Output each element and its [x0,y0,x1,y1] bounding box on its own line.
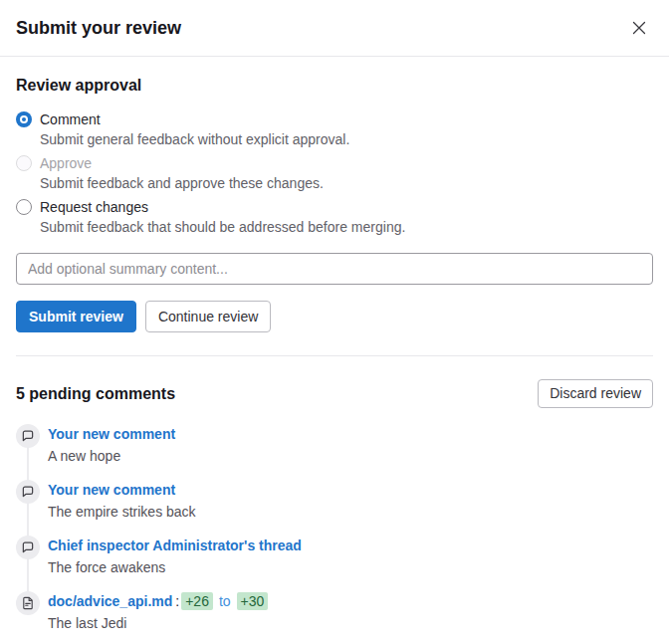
colon-separator: : [175,593,179,609]
pending-comment-body: doc/advice_api.md:+26to+30 The last Jedi [48,591,653,633]
pending-comment-item: doc/advice_api.md:+26to+30 The last Jedi [16,591,653,633]
review-approval-option: Approve Submit feedback and approve thes… [16,153,653,193]
pending-comment-title-line: Chief inspector Administrator's thread [48,536,653,555]
review-approval-option: Comment Submit general feedback without … [16,109,653,149]
discard-review-button[interactable]: Discard review [538,379,653,408]
pending-comment-link[interactable]: doc/advice_api.md [48,593,172,609]
review-actions: Submit review Continue review [16,301,653,332]
pending-comments-section: 5 pending comments Discard review Your n… [0,379,669,633]
pending-comment-item: Your new comment A new hope [16,424,653,466]
pending-comment-item: Your new comment The empire strikes back [16,480,653,522]
comment-bubble-icon [21,540,35,554]
radio-button[interactable] [16,199,32,215]
pending-comment-title-line: Your new comment [48,480,653,500]
timeline-icon-circle [16,591,40,615]
radio-description: Submit feedback and approve these change… [40,173,653,193]
x-close-icon [632,21,646,35]
radio-row[interactable]: Approve [16,153,653,173]
pending-comment-body: Your new comment A new hope [48,424,653,466]
pending-comment-link[interactable]: Chief inspector Administrator's thread [48,537,302,553]
radio-description: Submit general feedback without explicit… [40,129,653,149]
review-approval-heading: Review approval [16,76,653,96]
radio-button[interactable] [16,111,32,127]
radio-description: Submit feedback that should be addressed… [40,217,653,237]
summary-input[interactable] [16,253,653,285]
pending-comment-title-line: Your new comment [48,424,653,444]
submit-review-dialog: Submit your review Review approval Comme… [0,0,669,633]
radio-label: Request changes [40,197,148,217]
pending-comment-body: Chief inspector Administrator's thread T… [48,536,653,577]
pending-comment-description: A new hope [48,446,653,466]
timeline-icon-circle [16,480,40,504]
pending-comment-link[interactable]: Your new comment [48,426,175,442]
radio-button[interactable] [16,155,32,171]
radio-option-group: Comment Submit general feedback without … [16,109,653,237]
radio-label: Approve [40,153,92,173]
section-divider [16,355,653,356]
file-line-info: :+26to+30 [172,593,268,609]
comment-bubble-icon [21,429,35,443]
pending-comment-description: The empire strikes back [48,502,653,522]
review-approval-option: Request changes Submit feedback that sho… [16,197,653,237]
pending-comments-heading: 5 pending comments [16,384,175,404]
to-label: to [219,593,231,609]
pending-comment-description: The force awakens [48,557,653,577]
pending-comments-header: 5 pending comments Discard review [0,379,669,408]
radio-row[interactable]: Comment [16,109,653,129]
review-approval-section: Review approval Comment Submit general f… [0,57,669,332]
line-number-badge-to: +30 [237,592,269,610]
dialog-header: Submit your review [0,0,669,57]
submit-review-button[interactable]: Submit review [16,301,136,332]
pending-comment-body: Your new comment The empire strikes back [48,480,653,522]
radio-label: Comment [40,109,101,129]
timeline-icon-circle [16,536,40,559]
pending-comment-item: Chief inspector Administrator's thread T… [16,536,653,577]
pending-comment-title-line: doc/advice_api.md:+26to+30 [48,591,653,611]
close-icon[interactable] [625,14,653,42]
timeline-icon-circle [16,424,40,448]
line-number-badge-from: +26 [181,592,213,610]
comment-bubble-icon [21,485,35,499]
pending-comments-list: Your new comment A new hope Your new com… [0,424,669,633]
dialog-title: Submit your review [16,18,181,39]
pending-comment-description: The last Jedi [48,613,653,633]
file-icon [21,596,35,610]
continue-review-button[interactable]: Continue review [145,301,271,332]
radio-row[interactable]: Request changes [16,197,653,217]
pending-comment-link[interactable]: Your new comment [48,482,175,498]
